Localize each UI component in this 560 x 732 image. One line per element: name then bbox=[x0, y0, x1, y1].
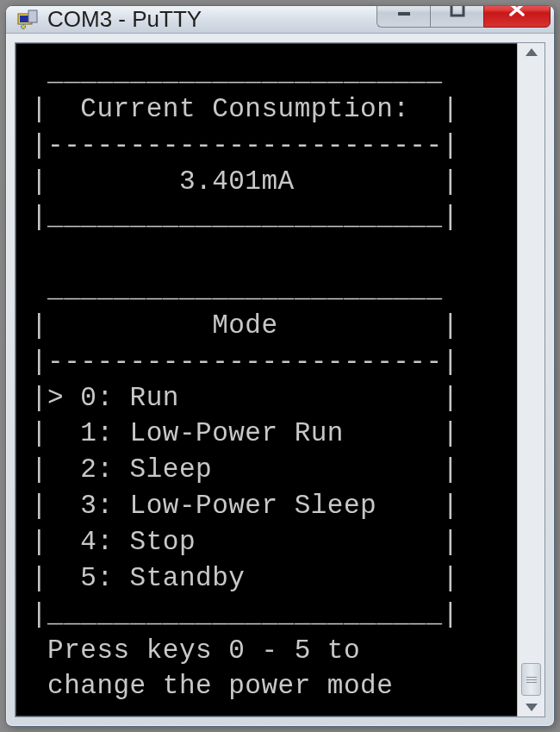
scroll-up-arrow-icon[interactable] bbox=[526, 48, 538, 56]
maximize-button[interactable] bbox=[430, 5, 483, 28]
current-consumption-value: | 3.401mA | bbox=[31, 166, 459, 197]
putty-icon bbox=[16, 9, 39, 31]
maximize-icon bbox=[449, 5, 466, 22]
close-button[interactable] bbox=[483, 5, 551, 28]
mode-option-2: | 2: Sleep | bbox=[31, 454, 459, 485]
mode-option-5: | 5: Standby | bbox=[31, 563, 459, 593]
mode-option-3: | 3: Low-Power Sleep | bbox=[31, 491, 459, 521]
svg-rect-2 bbox=[28, 10, 37, 22]
line: |------------------------| bbox=[31, 347, 459, 377]
minimize-icon bbox=[395, 5, 413, 22]
svg-rect-4 bbox=[398, 12, 410, 16]
scroll-down-arrow-icon[interactable] bbox=[526, 704, 538, 711]
svg-rect-5 bbox=[451, 5, 464, 16]
scroll-grip-icon bbox=[522, 664, 540, 695]
close-icon bbox=[507, 5, 527, 22]
vertical-scrollbar[interactable] bbox=[517, 43, 544, 716]
mode-option-0: |> 0: Run | bbox=[31, 383, 459, 413]
scroll-track[interactable] bbox=[518, 56, 544, 698]
scroll-thumb[interactable] bbox=[521, 663, 541, 696]
line: ________________________ bbox=[31, 58, 443, 88]
line: ________________________ bbox=[31, 274, 443, 304]
line: |------------------------| bbox=[31, 130, 459, 160]
line: |________________________| bbox=[31, 599, 459, 629]
client-area: ________________________ | Current Consu… bbox=[15, 42, 545, 717]
terminal-output[interactable]: ________________________ | Current Consu… bbox=[16, 43, 517, 716]
window-controls bbox=[376, 5, 551, 29]
mode-option-4: | 4: Stop | bbox=[31, 527, 459, 557]
app-window: COM3 - PuTTY ________________________ | … bbox=[5, 5, 555, 727]
mode-header: | Mode | bbox=[31, 310, 459, 341]
mode-option-1: | 1: Low-Power Run | bbox=[31, 418, 459, 448]
line: | Current Consumption: | bbox=[31, 94, 459, 124]
minimize-button[interactable] bbox=[376, 5, 430, 28]
window-title: COM3 - PuTTY bbox=[47, 6, 376, 33]
titlebar[interactable]: COM3 - PuTTY bbox=[6, 6, 554, 34]
prompt-line-1: Press keys 0 - 5 to bbox=[31, 635, 360, 666]
line: |________________________| bbox=[31, 202, 459, 232]
prompt-line-2: change the power mode bbox=[31, 671, 393, 701]
